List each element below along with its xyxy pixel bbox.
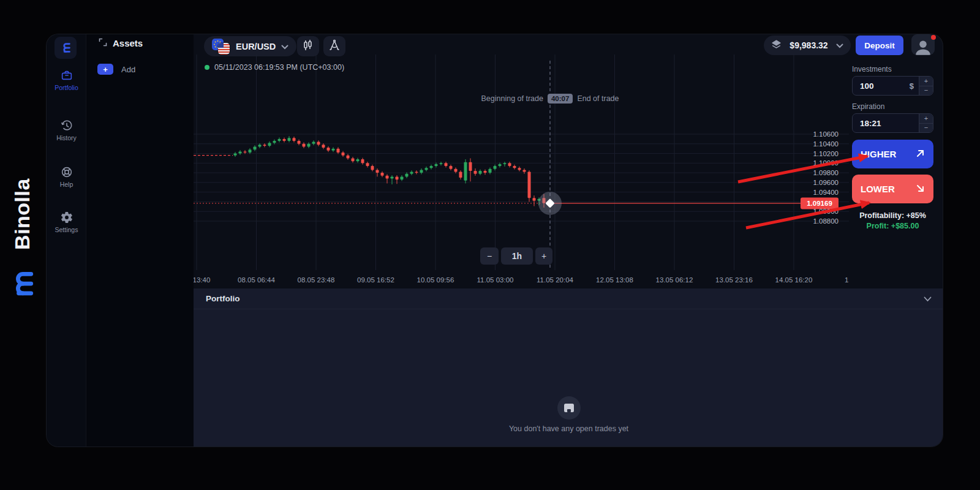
empty-trades-icon bbox=[557, 396, 581, 420]
empty-trades-text: You don't have any open trades yet bbox=[194, 424, 943, 433]
sidebar-item-label: Settings bbox=[55, 226, 78, 233]
notification-dot bbox=[931, 35, 936, 40]
app-logo-icon[interactable] bbox=[55, 37, 77, 59]
svg-text:13.05 23:16: 13.05 23:16 bbox=[715, 276, 753, 284]
portfolio-panel-title: Portfolio bbox=[206, 294, 240, 303]
higher-button[interactable]: HIGHER bbox=[852, 140, 933, 168]
svg-text:11.05 20:04: 11.05 20:04 bbox=[537, 276, 574, 284]
svg-text:10.05 09:56: 10.05 09:56 bbox=[417, 276, 454, 284]
svg-text:1.09800: 1.09800 bbox=[813, 169, 839, 176]
svg-text:1.10400: 1.10400 bbox=[813, 140, 839, 148]
chart-zoom-controls: − 1h + bbox=[480, 247, 552, 265]
candlestick-chart-icon bbox=[302, 39, 314, 54]
svg-text:13.05 06:12: 13.05 06:12 bbox=[656, 276, 693, 284]
chart-timestamp: 05/11/2023 06:19:53 PM (UTC+03:00) bbox=[205, 63, 344, 72]
pair-selector[interactable]: EUR/USD bbox=[204, 36, 296, 56]
portfolio-panel-header[interactable]: Portfolio bbox=[194, 288, 943, 309]
svg-text:14.05 16:20: 14.05 16:20 bbox=[775, 276, 813, 284]
svg-text:09.05 16:52: 09.05 16:52 bbox=[357, 276, 394, 284]
gear-icon bbox=[60, 211, 74, 224]
price-chart[interactable]: 1.0916905 13:4008.05 06:4408.05 23:4809.… bbox=[194, 55, 849, 288]
expiration-field[interactable]: 18:21 + − bbox=[852, 113, 933, 133]
investment-field[interactable]: 100 $ + − bbox=[852, 76, 933, 96]
sidebar-item-history[interactable]: History bbox=[47, 119, 86, 141]
assets-panel: Assets + Add bbox=[86, 34, 194, 447]
chart-type-button[interactable] bbox=[297, 36, 319, 56]
add-asset-label: Add bbox=[121, 65, 135, 74]
investment-value[interactable]: 100 bbox=[853, 81, 910, 91]
increment-button[interactable]: + bbox=[919, 77, 933, 86]
svg-text:12.05 13:08: 12.05 13:08 bbox=[596, 276, 633, 284]
arrow-down-right-icon bbox=[916, 184, 925, 195]
plus-icon: + bbox=[97, 64, 113, 75]
investments-label: Investments bbox=[852, 65, 892, 74]
svg-text:1.09169: 1.09169 bbox=[807, 200, 832, 207]
brand-wordmark: Binolla bbox=[10, 153, 34, 276]
sidebar-item-label: Portfolio bbox=[55, 84, 78, 91]
decrement-button[interactable]: − bbox=[919, 86, 933, 96]
decrement-button[interactable]: − bbox=[919, 124, 933, 133]
expiration-stepper: + − bbox=[919, 114, 933, 132]
increment-button[interactable]: + bbox=[919, 114, 933, 124]
compass-icon bbox=[328, 39, 341, 54]
svg-text:11.05 03:00: 11.05 03:00 bbox=[477, 276, 514, 284]
profitability-text: Profitability: +85% bbox=[852, 211, 933, 220]
trade-countdown-badge: 40:07 bbox=[548, 94, 573, 104]
trade-end-label: End of trade bbox=[577, 94, 619, 103]
svg-text:15.05: 15.05 bbox=[845, 276, 849, 284]
pair-flags-icon bbox=[212, 39, 230, 55]
currency-symbol: $ bbox=[910, 81, 919, 91]
arrow-up-right-icon bbox=[916, 149, 925, 160]
page: Binolla Portfolio bbox=[0, 0, 980, 490]
binolla-logo-icon bbox=[5, 267, 38, 300]
assets-title: Assets bbox=[113, 38, 143, 48]
pair-label: EUR/USD bbox=[236, 42, 276, 51]
briefcase-icon bbox=[60, 69, 74, 82]
timeframe-button[interactable]: 1h bbox=[501, 247, 533, 265]
chevron-down-icon bbox=[836, 40, 843, 51]
expiration-label: Expiration bbox=[852, 102, 884, 111]
assets-header: Assets bbox=[99, 38, 143, 48]
profit-text: Profit: +$85.00 bbox=[852, 222, 933, 230]
deposit-button[interactable]: Deposit bbox=[856, 36, 903, 55]
svg-text:05 13:40: 05 13:40 bbox=[194, 276, 210, 284]
svg-text:1.10200: 1.10200 bbox=[813, 150, 839, 157]
svg-text:1.10000: 1.10000 bbox=[813, 159, 839, 167]
sidebar-item-settings[interactable]: Settings bbox=[47, 211, 86, 233]
svg-text:08.05 06:44: 08.05 06:44 bbox=[238, 276, 275, 284]
svg-text:1.08800: 1.08800 bbox=[813, 217, 839, 225]
chevron-down-icon[interactable] bbox=[924, 293, 932, 304]
zoom-in-button[interactable]: + bbox=[535, 247, 552, 265]
lifebuoy-icon bbox=[60, 165, 74, 179]
zoom-out-button[interactable]: − bbox=[480, 247, 499, 265]
balance-amount: $9,983.32 bbox=[786, 40, 831, 50]
trade-begin-label: Beginning of trade bbox=[481, 94, 543, 103]
live-dot-icon bbox=[205, 65, 209, 70]
svg-text:1.09600: 1.09600 bbox=[813, 179, 839, 186]
svg-text:1.09000: 1.09000 bbox=[813, 208, 839, 215]
sidebar-item-label: Help bbox=[60, 181, 74, 188]
add-asset-button[interactable]: + Add bbox=[97, 64, 135, 75]
app-window: Portfolio History Help bbox=[46, 34, 943, 447]
investment-stepper: + − bbox=[919, 77, 933, 95]
svg-text:1.10600: 1.10600 bbox=[813, 130, 839, 138]
svg-text:08.05 23:48: 08.05 23:48 bbox=[298, 276, 335, 284]
drawing-tools-button[interactable] bbox=[323, 36, 345, 56]
chevron-down-icon bbox=[281, 41, 288, 52]
sidebar-item-label: History bbox=[56, 134, 77, 141]
sidebar-item-help[interactable]: Help bbox=[47, 165, 86, 188]
expiration-value[interactable]: 18:21 bbox=[853, 119, 919, 128]
nav-rail: Portfolio History Help bbox=[47, 34, 86, 447]
layers-icon bbox=[771, 39, 782, 52]
balance-selector[interactable]: $9,983.32 bbox=[764, 36, 851, 55]
history-icon bbox=[60, 119, 74, 132]
trade-window-labels: Beginning of trade 40:07 End of trade bbox=[451, 94, 649, 104]
resize-corners-icon[interactable] bbox=[99, 38, 107, 48]
lower-button[interactable]: LOWER bbox=[852, 175, 933, 203]
portfolio-panel: Portfolio You don't have any open trades… bbox=[194, 288, 943, 447]
sidebar-item-portfolio[interactable]: Portfolio bbox=[47, 69, 86, 91]
svg-text:1.09400: 1.09400 bbox=[813, 189, 839, 196]
